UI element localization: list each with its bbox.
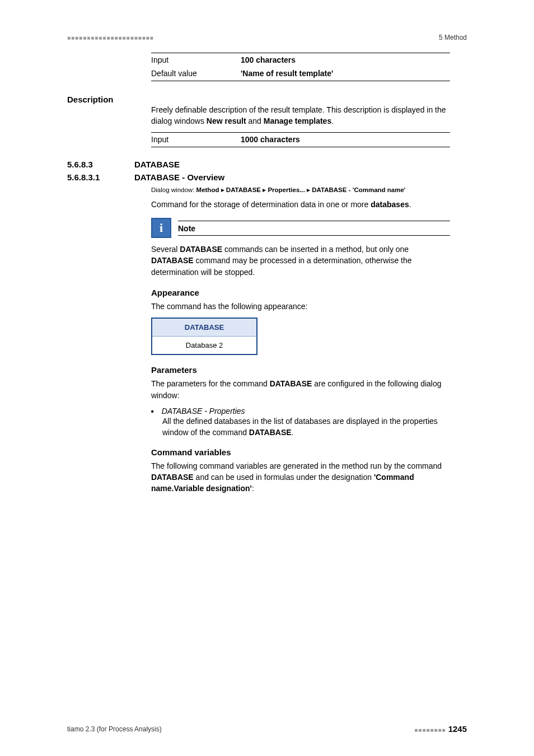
breadcrumb: 5 Method: [439, 34, 467, 41]
text: Several: [151, 245, 180, 254]
param-key: Input: [151, 133, 241, 146]
parameters-heading: Parameters: [151, 365, 450, 375]
page-footer: tiamo 2.3 (for Process Analysis) ■■■■■■■…: [67, 724, 467, 734]
database-widget: DATABASE Database 2: [151, 318, 257, 355]
page-header: ■■■■■■■■■■■■■■■■■■■■■■ 5 Method: [67, 34, 467, 41]
param-table-2: Input 1000 characters: [151, 132, 450, 147]
footer-left: tiamo 2.3 (for Process Analysis): [67, 725, 162, 733]
text: The following command variables are gene…: [151, 461, 442, 470]
note-box: i Note Several DATABASE commands can be …: [151, 218, 450, 278]
section-title: DATABASE - Overview: [134, 172, 224, 182]
path-part: Method: [196, 186, 219, 193]
appearance-heading: Appearance: [151, 288, 450, 297]
list-item: DATABASE - Properties All the defined da…: [151, 407, 450, 438]
text: The parameters for the command: [151, 379, 270, 388]
sep: ▸: [261, 186, 268, 193]
section-5-6-8-3: 5.6.8.3 DATABASE: [67, 160, 467, 169]
info-icon: i: [151, 218, 171, 238]
bold-text: Manage templates: [264, 116, 331, 125]
database-widget-value: Database 2: [152, 337, 256, 354]
section-number: 5.6.8.3.1: [67, 172, 134, 182]
text: All the defined databases in the list of…: [162, 417, 438, 437]
path-part: DATABASE - 'Command name': [312, 186, 405, 193]
bold-text: New result: [207, 116, 246, 125]
note-title: Note: [178, 221, 450, 236]
command-description: Command for the storage of determination…: [151, 199, 450, 210]
param-table-1: Input 100 characters Default value 'Name…: [151, 53, 450, 81]
page-number: 1245: [448, 724, 467, 734]
section-title: DATABASE: [134, 160, 180, 169]
text: and can be used in formulas under the de…: [194, 473, 374, 482]
sep: ▸: [219, 186, 226, 193]
text: .: [409, 200, 411, 209]
appearance-text: The command has the following appearance…: [151, 301, 450, 312]
param-val: 'Name of result template': [241, 67, 333, 80]
header-dots: ■■■■■■■■■■■■■■■■■■■■■■: [67, 35, 154, 41]
text: Dialog window:: [151, 186, 196, 193]
param-key: Input: [151, 54, 241, 66]
description-text: Freely definable description of the resu…: [151, 104, 450, 127]
database-widget-title: DATABASE: [152, 319, 256, 337]
info-icon-glyph: i: [160, 221, 163, 235]
footer-right: ■■■■■■■■1245: [414, 724, 467, 734]
list-item-desc: All the defined databases in the list of…: [162, 416, 450, 438]
table-row: Default value 'Name of result template': [151, 67, 450, 80]
description-heading: Description: [67, 95, 151, 104]
dialog-window-path: Dialog window: Method ▸ DATABASE ▸ Prope…: [151, 185, 450, 194]
param-val: 1000 characters: [241, 133, 300, 146]
text: .: [331, 116, 334, 125]
bold-text: DATABASE: [180, 245, 222, 254]
command-variables-heading: Command variables: [151, 447, 450, 457]
section-number: 5.6.8.3: [67, 160, 134, 169]
text: .: [292, 428, 294, 437]
bold-text: databases: [371, 200, 409, 209]
bold-text: DATABASE: [270, 379, 312, 388]
sep: ▸: [305, 186, 312, 193]
footer-dots: ■■■■■■■■: [414, 727, 446, 733]
path-part: Properties...: [268, 186, 305, 193]
bold-text: DATABASE: [151, 256, 194, 265]
list-item-title: DATABASE - Properties: [162, 407, 245, 416]
table-row: Input 1000 characters: [151, 133, 450, 146]
text: :: [252, 484, 254, 493]
text: Command for the storage of determination…: [151, 200, 371, 209]
table-row: Input 100 characters: [151, 53, 450, 67]
bold-text: DATABASE: [249, 428, 292, 437]
text: commands can be inserted in a method, bu…: [222, 245, 409, 254]
path-part: DATABASE: [226, 186, 261, 193]
note-text: Several DATABASE commands can be inserte…: [151, 244, 450, 278]
parameters-list: DATABASE - Properties All the defined da…: [151, 407, 450, 438]
section-5-6-8-3-1: 5.6.8.3.1 DATABASE - Overview: [67, 172, 467, 182]
parameters-text: The parameters for the command DATABASE …: [151, 378, 450, 401]
bold-text: DATABASE: [151, 473, 194, 482]
command-variables-text: The following command variables are gene…: [151, 460, 450, 494]
text: and: [246, 116, 264, 125]
param-val: 100 characters: [241, 54, 296, 66]
param-key: Default value: [151, 67, 241, 80]
